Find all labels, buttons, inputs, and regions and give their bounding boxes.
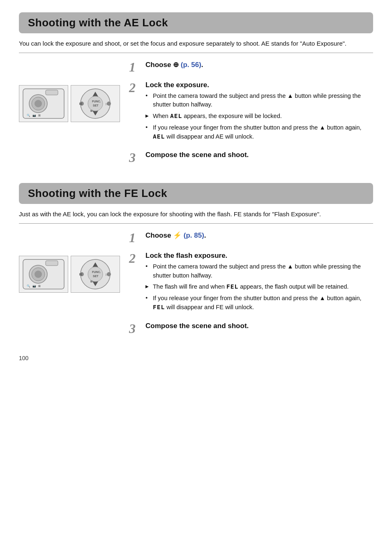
- fe-divider: [19, 223, 373, 224]
- ae-step-2-title: Lock the exposure.: [145, 81, 373, 89]
- fe-step-1-link[interactable]: (p. 85): [184, 231, 204, 239]
- fe-lock-title: Shooting with the FE Lock: [28, 187, 364, 200]
- ae-step-1-period: .: [201, 61, 203, 69]
- ae-step-3-num: 3: [129, 151, 141, 164]
- fe-camera-front-svg: 🔍 📷 ⊠: [21, 257, 66, 291]
- ae-camera-front: 🔍 📷 ⊠: [19, 85, 68, 122]
- ae-step-1-title: Choose ⊕ (p. 56).: [145, 60, 373, 69]
- svg-text:SET: SET: [93, 104, 99, 107]
- ae-lock-section: Shooting with the AE Lock You can lock t…: [19, 12, 373, 171]
- svg-text:🖼: 🖼: [79, 102, 82, 105]
- svg-text:FUNC.: FUNC.: [92, 100, 101, 103]
- fe-step-1-title: Choose ⚡ (p. 85).: [145, 231, 373, 240]
- page-number: 100: [19, 355, 28, 361]
- fe-step-1-icon: ⚡: [173, 231, 182, 239]
- ae-step-1-icon: ⊕: [173, 61, 179, 69]
- ae-step-1-link[interactable]: (p. 56): [181, 61, 201, 69]
- ae-step-1-choose: Choose: [145, 61, 173, 69]
- svg-point-3: [35, 100, 42, 107]
- ae-step-2-num: 2: [129, 81, 141, 94]
- ae-step-3-content: Compose the scene and shoot.: [145, 151, 373, 162]
- fe-step-2-title: Lock the flash exposure.: [145, 252, 373, 260]
- page-footer: 100: [19, 355, 373, 361]
- ae-steps-area: 🔍 📷 ⊠: [19, 60, 373, 172]
- ae-step-1-content: Choose ⊕ (p. 56).: [145, 60, 373, 72]
- fe-step-1-choose: Choose: [145, 231, 173, 239]
- fe-step-3-num: 3: [129, 322, 141, 335]
- ae-step-1: 1 Choose ⊕ (p. 56).: [129, 60, 373, 74]
- svg-text:📷: 📷: [32, 113, 36, 117]
- ae-bullet-1: Point the camera toward the subject and …: [145, 92, 373, 110]
- ae-camera-dial: FUNC. SET 🖼 ▷: [71, 85, 120, 122]
- svg-rect-37: [90, 280, 92, 282]
- fe-step-1: 1 Choose ⚡ (p. 85).: [129, 231, 373, 244]
- svg-point-22: [35, 271, 42, 278]
- fe-bullet-3: If you release your finger from the shut…: [145, 294, 373, 312]
- svg-rect-23: [46, 261, 58, 266]
- fe-step-2-bullets: Point the camera toward the subject and …: [145, 262, 373, 312]
- fe-step-1-period: .: [204, 231, 206, 239]
- svg-text:🔍: 🔍: [27, 113, 30, 117]
- ae-steps-col: 1 Choose ⊕ (p. 56). 2 Lock the exposure.…: [129, 60, 373, 172]
- camera-dial-svg: FUNC. SET 🖼 ▷: [73, 87, 118, 120]
- ae-bullet-3: If you release your finger from the shut…: [145, 123, 373, 141]
- fe-steps-area: 🔍 📷 ⊠ FUNC. SET 🖼 ▷: [19, 231, 373, 342]
- fe-camera-dial: FUNC. SET 🖼 ▷: [71, 256, 120, 293]
- svg-text:⊠: ⊠: [38, 285, 41, 287]
- ae-step-3-title: Compose the scene and shoot.: [145, 151, 373, 159]
- fe-step-2-content: Lock the flash exposure. Point the camer…: [145, 252, 373, 315]
- svg-rect-4: [46, 90, 58, 95]
- ae-lock-title: Shooting with the AE Lock: [28, 16, 364, 29]
- ae-step-3: 3 Compose the scene and shoot.: [129, 151, 373, 164]
- svg-text:FUNC.: FUNC.: [92, 271, 101, 273]
- svg-text:🔍: 🔍: [27, 284, 30, 288]
- ae-lock-header: Shooting with the AE Lock: [19, 12, 373, 33]
- fe-step-2-num: 2: [129, 252, 141, 265]
- svg-text:🖼: 🖼: [79, 273, 82, 276]
- fe-step-2: 2 Lock the flash exposure. Point the cam…: [129, 252, 373, 315]
- ae-step-1-num: 1: [129, 60, 141, 74]
- ae-step-2-content: Lock the exposure. Point the camera towa…: [145, 81, 373, 144]
- ae-images: 🔍 📷 ⊠: [19, 85, 120, 172]
- ae-step-2-bullets: Point the camera toward the subject and …: [145, 92, 373, 141]
- svg-text:📷: 📷: [32, 284, 36, 288]
- fe-step-3-title: Compose the scene and shoot.: [145, 322, 373, 330]
- ae-divider: [19, 53, 373, 53]
- ae-bullet-2: When AEL appears, the exposure will be l…: [145, 112, 373, 121]
- svg-text:SET: SET: [93, 275, 99, 278]
- fe-images: 🔍 📷 ⊠ FUNC. SET 🖼 ▷: [19, 256, 120, 342]
- ae-step-2: 2 Lock the exposure. Point the camera to…: [129, 81, 373, 144]
- ae-lock-intro: You can lock the exposure and shoot, or …: [19, 39, 373, 49]
- fe-lock-intro: Just as with the AE lock, you can lock t…: [19, 210, 373, 219]
- fe-camera-dial-svg: FUNC. SET 🖼 ▷: [73, 257, 118, 291]
- fe-step-1-num: 1: [129, 231, 141, 244]
- svg-point-13: [88, 96, 103, 111]
- fe-step-3: 3 Compose the scene and shoot.: [129, 322, 373, 335]
- fe-step-1-content: Choose ⚡ (p. 85).: [145, 231, 373, 242]
- svg-text:⊠: ⊠: [38, 114, 41, 117]
- fe-bullet-2: The flash will fire and when FEL appears…: [145, 282, 373, 292]
- fe-lock-header: Shooting with the FE Lock: [19, 183, 373, 204]
- svg-rect-18: [90, 110, 92, 112]
- camera-front-svg: 🔍 📷 ⊠: [21, 87, 66, 120]
- fe-camera-front: 🔍 📷 ⊠: [19, 256, 68, 293]
- fe-step-3-content: Compose the scene and shoot.: [145, 322, 373, 333]
- fe-bullet-1: Point the camera toward the subject and …: [145, 262, 373, 280]
- svg-point-32: [88, 267, 103, 282]
- fe-steps-col: 1 Choose ⚡ (p. 85). 2 Lock the flash exp…: [129, 231, 373, 342]
- fe-lock-section: Shooting with the FE Lock Just as with t…: [19, 183, 373, 342]
